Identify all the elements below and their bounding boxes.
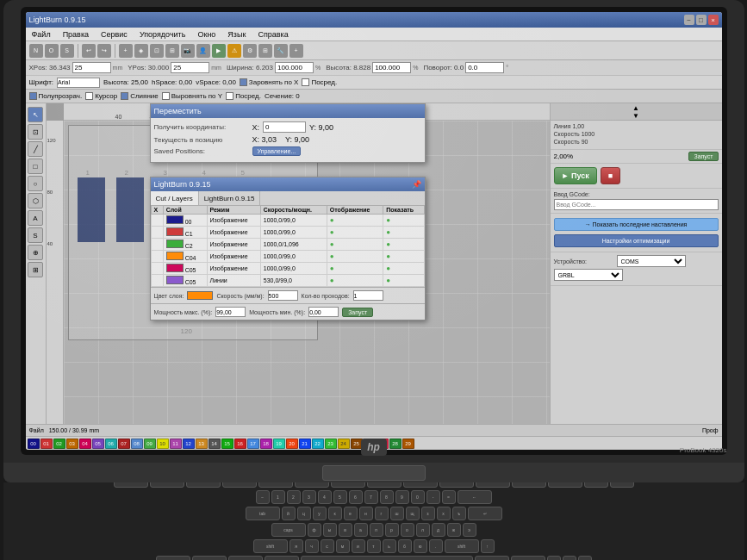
key-c[interactable]: с — [321, 539, 334, 553]
key-plus[interactable]: = — [442, 490, 456, 504]
key-a[interactable]: ф — [308, 523, 321, 537]
warning-icon[interactable]: ⚠ — [227, 44, 241, 58]
key-e[interactable]: у — [313, 507, 327, 520]
rot-input[interactable] — [465, 62, 504, 73]
menu-lang[interactable]: Язык — [225, 30, 248, 39]
key-s[interactable]: ы — [323, 523, 337, 537]
layer-tab-cutlayers[interactable]: Cut / Layers — [151, 191, 199, 205]
color-tab-08[interactable]: 08 — [131, 439, 143, 449]
key-b[interactable]: и — [352, 539, 365, 553]
tool-ellipse[interactable]: ○ — [28, 176, 43, 191]
color-tab-06[interactable]: 06 — [105, 439, 117, 449]
key-3[interactable]: 3 — [302, 490, 316, 504]
xpos-input[interactable] — [72, 62, 111, 73]
key-9[interactable]: 9 — [395, 490, 409, 504]
align-y-checkbox[interactable]: Выровнять по Y — [162, 92, 222, 100]
settings-icon[interactable]: ⚙ — [243, 44, 257, 58]
key-x[interactable]: ч — [305, 539, 319, 553]
key-l[interactable]: д — [432, 523, 445, 537]
layer-panel-pin[interactable]: 📌 — [412, 180, 421, 189]
tool-pointer[interactable]: ↖ — [28, 107, 43, 122]
key-h[interactable]: р — [385, 523, 399, 537]
key-o[interactable]: щ — [406, 507, 420, 520]
new-icon[interactable]: N — [29, 44, 43, 58]
tool-measure[interactable]: ⊕ — [28, 245, 43, 260]
key-comma[interactable]: б — [398, 539, 412, 553]
menu-file[interactable]: Файл — [29, 30, 53, 39]
key-minus[interactable]: - — [426, 490, 440, 504]
color-tab-09[interactable]: 09 — [144, 439, 156, 449]
color-tab-07[interactable]: 07 — [118, 439, 130, 449]
key-period[interactable]: ю — [414, 539, 427, 553]
tool-bezier[interactable]: S — [28, 227, 43, 243]
key-alt-l[interactable]: alt — [265, 556, 299, 561]
undo-icon[interactable]: ↩ — [82, 44, 96, 58]
stop-button[interactable]: ■ — [601, 167, 620, 184]
key-alt-r[interactable]: alt — [475, 556, 509, 561]
color-tab-14[interactable]: 14 — [209, 439, 221, 449]
merge-checkbox[interactable]: Слияние — [121, 92, 159, 100]
key-tilde[interactable]: ~ — [256, 490, 270, 504]
key-tab[interactable]: tab — [246, 507, 280, 520]
color-tab-04[interactable]: 04 — [79, 439, 91, 449]
key-f[interactable]: а — [354, 523, 368, 537]
menu-service[interactable]: Сервис — [98, 30, 130, 39]
key-enter[interactable]: ↵ — [468, 507, 502, 520]
color-tab-19[interactable]: 19 — [273, 439, 285, 449]
minimize-button[interactable]: − — [684, 15, 694, 25]
optimize-settings-button[interactable]: Настройки оптимизации — [554, 234, 719, 247]
tool-line[interactable]: ╱ — [28, 141, 43, 157]
color-tab-15[interactable]: 15 — [221, 439, 233, 449]
scroll-down-icon[interactable]: ▼ — [632, 112, 639, 120]
height-input[interactable] — [372, 62, 411, 73]
key-q[interactable]: й — [282, 507, 296, 520]
redo-icon[interactable]: ↪ — [97, 44, 111, 58]
key-6[interactable]: 6 — [349, 490, 363, 504]
key-down[interactable]: ↓ — [563, 556, 576, 561]
color-tab-05[interactable]: 05 — [92, 439, 104, 449]
select-icon[interactable]: ◈ — [134, 44, 148, 58]
show-last-button[interactable]: → Показать последние наставления — [554, 218, 719, 231]
key-lbr[interactable]: х — [437, 507, 451, 520]
color-tab-24[interactable]: 24 — [338, 439, 350, 449]
uprpr-button[interactable]: Управление... — [252, 146, 302, 156]
group-icon[interactable]: ⊞ — [165, 44, 179, 58]
key-4[interactable]: 4 — [318, 490, 332, 504]
key-up[interactable]: ↑ — [481, 539, 495, 553]
add-icon[interactable]: + — [119, 44, 133, 58]
color-tab-17[interactable]: 17 — [247, 439, 259, 449]
key-8[interactable]: 8 — [380, 490, 394, 504]
key-left[interactable]: ← — [547, 556, 561, 561]
trackpad[interactable] — [322, 465, 426, 481]
gcode-input[interactable] — [554, 199, 719, 210]
device-select[interactable]: COMS — [617, 255, 686, 267]
key-k[interactable]: л — [416, 523, 430, 537]
grid-icon[interactable]: ⊞ — [258, 44, 272, 58]
key-j[interactable]: о — [401, 523, 414, 537]
key-0[interactable]: 0 — [411, 490, 425, 504]
color-tab-28[interactable]: 28 — [389, 439, 402, 449]
width-input[interactable] — [275, 62, 314, 73]
color-tab-21[interactable]: 21 — [299, 439, 311, 449]
color-tab-18[interactable]: 18 — [260, 439, 272, 449]
key-m[interactable]: ь — [383, 539, 396, 553]
key-n[interactable]: т — [367, 539, 381, 553]
cursor-checkbox[interactable]: Курсор — [85, 92, 117, 100]
key-r[interactable]: к — [328, 507, 342, 520]
color-tab-03[interactable]: 03 — [66, 439, 78, 449]
tool-polygon[interactable]: ⬡ — [28, 193, 43, 208]
plus-icon[interactable]: + — [289, 44, 303, 58]
menu-arrange[interactable]: Упорядочить — [137, 30, 189, 39]
play-icon[interactable]: ▶ — [212, 44, 226, 58]
key-rbr[interactable]: ъ — [452, 507, 466, 520]
key-z[interactable]: я — [289, 539, 303, 553]
key-1[interactable]: 1 — [271, 490, 285, 504]
tool-node[interactable]: ⊡ — [28, 124, 43, 140]
color-tab-12[interactable]: 12 — [183, 439, 195, 449]
key-2[interactable]: 2 — [287, 490, 301, 504]
power-min-input[interactable] — [308, 307, 339, 317]
key-7[interactable]: 7 — [364, 490, 378, 504]
grbl-select[interactable]: GRBL — [554, 269, 623, 281]
color-tab-22[interactable]: 22 — [312, 439, 324, 449]
color-tab-10[interactable]: 10 — [157, 439, 169, 449]
